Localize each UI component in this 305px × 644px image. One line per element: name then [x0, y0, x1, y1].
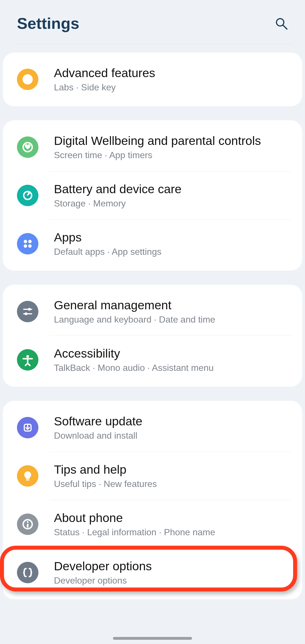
settings-item-title: Developer options	[54, 559, 152, 573]
settings-item-title: Battery and device care	[54, 182, 182, 196]
accessibility-icon	[17, 349, 38, 371]
settings-item-title: About phone	[54, 511, 215, 525]
settings-item-labels: Tips and helpUseful tips · New features	[54, 463, 157, 489]
settings-item-subtitle: Default apps · App settings	[54, 247, 162, 257]
settings-item-title: Accessibility	[54, 347, 214, 360]
settings-item-labels: Software updateDownload and install	[54, 414, 142, 441]
settings-list: Advanced featuresLabs · Side keyDigital …	[0, 53, 305, 599]
settings-item-title: Digital Wellbeing and parental controls	[54, 134, 261, 148]
search-icon	[274, 17, 288, 30]
settings-item-advanced-features[interactable]: Advanced featuresLabs · Side key	[3, 55, 302, 103]
settings-item-labels: AccessibilityTalkBack · Mono audio · Ass…	[54, 347, 214, 373]
page-title: Settings	[17, 14, 79, 32]
lightbulb-icon	[17, 465, 38, 487]
settings-item-title: Apps	[54, 230, 162, 244]
plus-badge-icon	[17, 69, 38, 90]
settings-item-subtitle: Status · Legal information · Phone name	[54, 527, 215, 538]
settings-item-labels: Developer optionsDeveloper options	[54, 559, 152, 586]
settings-item-about-phone[interactable]: About phoneStatus · Legal information · …	[3, 500, 302, 548]
settings-item-digital-wellbeing[interactable]: Digital Wellbeing and parental controlsS…	[3, 123, 302, 171]
heart-circle-icon	[17, 136, 38, 158]
settings-item-general-management[interactable]: General managementLanguage and keyboard …	[3, 288, 302, 336]
settings-item-title: General management	[54, 298, 215, 312]
settings-item-title: Tips and help	[54, 463, 157, 477]
settings-item-labels: AppsDefault apps · App settings	[54, 230, 162, 257]
settings-item-subtitle: Screen time · App timers	[54, 150, 261, 160]
settings-group: Digital Wellbeing and parental controlsS…	[3, 120, 302, 271]
header: Settings	[0, 0, 305, 41]
settings-item-tips-help[interactable]: Tips and helpUseful tips · New features	[3, 452, 302, 500]
settings-group: Advanced featuresLabs · Side key	[3, 53, 302, 106]
grid-dots-icon	[17, 233, 38, 254]
search-button[interactable]	[274, 17, 288, 30]
settings-item-software-update[interactable]: Software updateDownload and install	[3, 404, 302, 452]
settings-item-battery-device-care[interactable]: Battery and device careStorage · Memory	[3, 171, 302, 219]
settings-group: General managementLanguage and keyboard …	[3, 285, 302, 387]
info-icon	[17, 514, 38, 535]
settings-item-labels: About phoneStatus · Legal information · …	[54, 511, 215, 538]
settings-item-subtitle: Labs · Side key	[54, 82, 155, 93]
sliders-icon	[17, 301, 38, 322]
settings-item-subtitle: Useful tips · New features	[54, 479, 157, 489]
settings-item-subtitle: Developer options	[54, 575, 152, 586]
settings-group: Software updateDownload and installTips …	[3, 401, 302, 599]
settings-item-labels: Advanced featuresLabs · Side key	[54, 66, 155, 93]
settings-item-labels: Battery and device careStorage · Memory	[54, 182, 182, 209]
settings-item-developer-options[interactable]: Developer optionsDeveloper options	[3, 549, 302, 597]
settings-item-subtitle: Language and keyboard · Date and time	[54, 314, 215, 325]
navigation-bar-pill[interactable]	[113, 637, 192, 640]
settings-item-subtitle: Storage · Memory	[54, 198, 182, 209]
settings-item-apps[interactable]: AppsDefault apps · App settings	[3, 220, 302, 268]
settings-item-labels: Digital Wellbeing and parental controlsS…	[54, 134, 261, 160]
braces-icon	[17, 562, 38, 583]
settings-item-title: Advanced features	[54, 66, 155, 80]
refresh-circle-icon	[17, 185, 38, 206]
settings-item-accessibility[interactable]: AccessibilityTalkBack · Mono audio · Ass…	[3, 336, 302, 384]
download-circle-icon	[17, 417, 38, 438]
settings-item-labels: General managementLanguage and keyboard …	[54, 298, 215, 325]
settings-item-subtitle: Download and install	[54, 430, 142, 441]
settings-item-subtitle: TalkBack · Mono audio · Assistant menu	[54, 363, 214, 373]
settings-item-title: Software update	[54, 414, 142, 428]
header-divider	[14, 44, 291, 44]
